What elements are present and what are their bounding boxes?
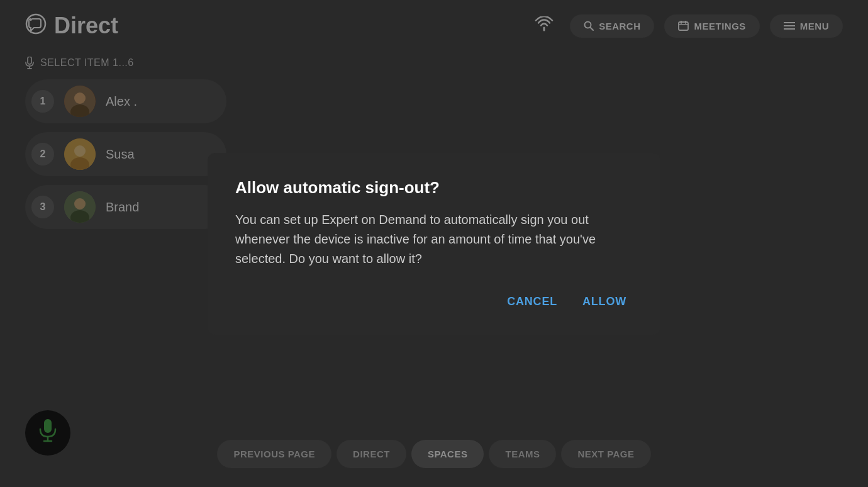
cancel-button[interactable]: CANCEL	[501, 291, 564, 312]
dialog-title: Allow automatic sign-out?	[235, 178, 633, 198]
allow-button[interactable]: ALLOW	[576, 291, 633, 312]
dialog: Allow automatic sign-out? You can set up…	[208, 153, 660, 335]
modal-overlay: Allow automatic sign-out? You can set up…	[0, 0, 868, 487]
dialog-actions: CANCEL ALLOW	[235, 291, 633, 312]
dialog-body: You can set up Expert on Demand to autom…	[235, 210, 633, 269]
